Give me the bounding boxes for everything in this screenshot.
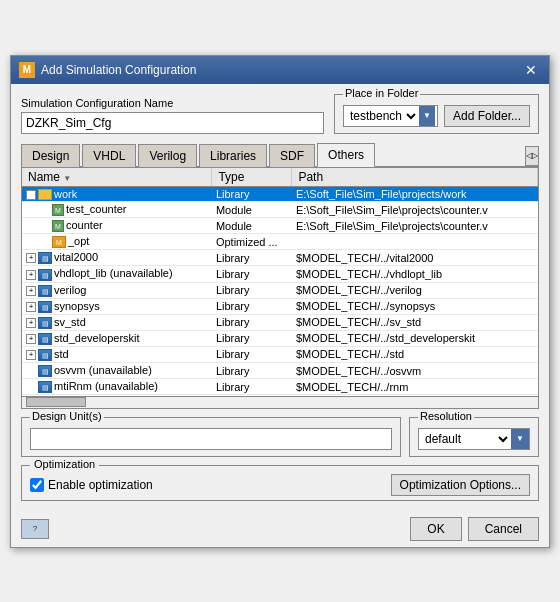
table-row[interactable]: +▤verilogLibrary$MODEL_TECH/../verilog bbox=[22, 282, 538, 298]
table-cell-path: $MODEL_TECH/../vhdlopt_lib bbox=[292, 266, 538, 282]
col-type[interactable]: Type bbox=[212, 168, 292, 187]
table-cell-name: +▤synopsys bbox=[22, 298, 212, 314]
table-row[interactable]: McounterModuleE:\Soft_File\Sim_File\proj… bbox=[22, 218, 538, 234]
opt-icon: M bbox=[52, 236, 66, 248]
table-cell-path: E:\Soft_File\Sim_File\projects\counter.v bbox=[292, 202, 538, 218]
design-units-group: Design Unit(s) bbox=[21, 417, 401, 457]
horizontal-scrollbar[interactable] bbox=[21, 397, 539, 409]
title-bar: M Add Simulation Configuration ✕ bbox=[11, 56, 549, 84]
col-type-label: Type bbox=[218, 170, 244, 184]
table-body: -workLibraryE:\Soft_File\Sim_File\projec… bbox=[22, 186, 538, 397]
row-name-text: work bbox=[54, 188, 77, 200]
table-row[interactable]: +▤std_developerskitLibrary$MODEL_TECH/..… bbox=[22, 330, 538, 346]
table-cell-name: Mcounter bbox=[22, 218, 212, 234]
table-row[interactable]: +▤modelsim_libLibrary$MODEL_TECH/../mode… bbox=[22, 395, 538, 397]
table-cell-name: Mtest_counter bbox=[22, 202, 212, 218]
config-name-group: Simulation Configuration Name bbox=[21, 97, 324, 134]
lib-icon: ▤ bbox=[38, 269, 52, 281]
resolution-dropdown-arrow[interactable]: ▼ bbox=[511, 429, 529, 449]
module-icon: M bbox=[52, 204, 64, 216]
scrollbar-thumb[interactable] bbox=[26, 397, 86, 407]
tree-table: Name ▼ Type Path -workLibraryE:\Soft_Fil… bbox=[22, 168, 538, 397]
table-cell-type: Module bbox=[212, 218, 292, 234]
dialog-footer: ? OK Cancel bbox=[11, 511, 549, 547]
row-name-text: osvvm (unavailable) bbox=[54, 364, 152, 376]
lib-icon: ▤ bbox=[38, 317, 52, 329]
module-icon: M bbox=[52, 220, 64, 232]
folder-select[interactable]: testbench ▼ bbox=[343, 105, 438, 127]
design-units-input[interactable] bbox=[30, 428, 392, 450]
table-cell-type: Module bbox=[212, 202, 292, 218]
tab-others[interactable]: Others bbox=[317, 143, 375, 167]
tab-scroll-button[interactable]: ◁▷ bbox=[525, 146, 539, 166]
expand-button[interactable]: + bbox=[26, 334, 36, 344]
table-cell-path: E:\Soft_File\Sim_File\projects\counter.v bbox=[292, 218, 538, 234]
table-row[interactable]: -workLibraryE:\Soft_File\Sim_File\projec… bbox=[22, 186, 538, 202]
table-cell-name: +▤vhdlopt_lib (unavailable) bbox=[22, 266, 212, 282]
table-cell-name: +▤std bbox=[22, 346, 212, 362]
expand-button[interactable]: + bbox=[26, 302, 36, 312]
table-cell-type: Optimized ... bbox=[212, 234, 292, 250]
config-name-input[interactable] bbox=[21, 112, 324, 134]
table-cell-path: $MODEL_TECH/../sv_std bbox=[292, 314, 538, 330]
enable-optimization-label: Enable optimization bbox=[48, 478, 153, 492]
table-cell-type: Library bbox=[212, 282, 292, 298]
table-row[interactable]: +▤sv_stdLibrary$MODEL_TECH/../sv_std bbox=[22, 314, 538, 330]
cancel-button[interactable]: Cancel bbox=[468, 517, 539, 541]
tab-design[interactable]: Design bbox=[21, 144, 80, 167]
row-name-text: _opt bbox=[68, 235, 89, 247]
table-row[interactable]: +▤vital2000Library$MODEL_TECH/../vital20… bbox=[22, 250, 538, 266]
table-cell-name: +▤sv_std bbox=[22, 314, 212, 330]
expand-button[interactable]: + bbox=[26, 286, 36, 296]
sort-icon-name: ▼ bbox=[63, 174, 71, 183]
col-name[interactable]: Name ▼ bbox=[22, 168, 212, 187]
col-name-label: Name bbox=[28, 170, 60, 184]
table-row[interactable]: ▤mtiRnm (unavailable)Library$MODEL_TECH/… bbox=[22, 379, 538, 395]
col-path[interactable]: Path bbox=[292, 168, 538, 187]
table-row[interactable]: M_optOptimized ... bbox=[22, 234, 538, 250]
table-cell-name: ▤mtiRnm (unavailable) bbox=[22, 379, 212, 395]
folder-dropdown-arrow[interactable]: ▼ bbox=[419, 106, 435, 126]
table-cell-name: ▤osvvm (unavailable) bbox=[22, 363, 212, 379]
row-name-text: vhdlopt_lib (unavailable) bbox=[54, 267, 173, 279]
expand-button[interactable]: + bbox=[26, 270, 36, 280]
table-row[interactable]: Mtest_counterModuleE:\Soft_File\Sim_File… bbox=[22, 202, 538, 218]
resolution-select-wrapper[interactable]: default ps ns us ms ▼ bbox=[418, 428, 530, 450]
optimization-options-button[interactable]: Optimization Options... bbox=[391, 474, 530, 496]
row-name-text: std bbox=[54, 348, 69, 360]
expand-button[interactable]: + bbox=[26, 253, 36, 263]
table-row[interactable]: ▤osvvm (unavailable)Library$MODEL_TECH/.… bbox=[22, 363, 538, 379]
table-cell-name: -work bbox=[22, 186, 212, 202]
table-cell-path: $MODEL_TECH/../rnm bbox=[292, 379, 538, 395]
resolution-dropdown[interactable]: default ps ns us ms bbox=[419, 429, 511, 449]
table-row[interactable]: +▤stdLibrary$MODEL_TECH/../std bbox=[22, 346, 538, 362]
expand-button[interactable]: + bbox=[26, 350, 36, 360]
table-cell-name: +▤modelsim_lib bbox=[22, 395, 212, 397]
expand-button[interactable]: - bbox=[26, 190, 36, 200]
table-row[interactable]: +▤vhdlopt_lib (unavailable)Library$MODEL… bbox=[22, 266, 538, 282]
tab-vhdl[interactable]: VHDL bbox=[82, 144, 136, 167]
place-in-folder-legend: Place in Folder bbox=[343, 87, 420, 99]
folder-dropdown[interactable]: testbench bbox=[346, 106, 419, 126]
tab-sdf[interactable]: SDF bbox=[269, 144, 315, 167]
row-name-text: test_counter bbox=[66, 203, 127, 215]
enable-optimization-checkbox[interactable] bbox=[30, 478, 44, 492]
table-cell-path: $MODEL_TECH/../std bbox=[292, 346, 538, 362]
optimization-row: Enable optimization Optimization Options… bbox=[30, 474, 530, 496]
ok-button[interactable]: OK bbox=[410, 517, 461, 541]
tree-table-container[interactable]: Name ▼ Type Path -workLibraryE:\Soft_Fil… bbox=[21, 167, 539, 397]
close-button[interactable]: ✕ bbox=[521, 63, 541, 77]
tab-verilog[interactable]: Verilog bbox=[138, 144, 197, 167]
tab-libraries[interactable]: Libraries bbox=[199, 144, 267, 167]
table-cell-path: $MODEL_TECH/../verilog bbox=[292, 282, 538, 298]
expand-button[interactable]: + bbox=[26, 318, 36, 328]
table-row[interactable]: +▤synopsysLibrary$MODEL_TECH/../synopsys bbox=[22, 298, 538, 314]
add-folder-button[interactable]: Add Folder... bbox=[444, 105, 530, 127]
optimization-title: Optimization bbox=[30, 458, 99, 470]
table-cell-path: E:\Soft_File\Sim_File\projects/work bbox=[292, 186, 538, 202]
config-name-label: Simulation Configuration Name bbox=[21, 97, 324, 109]
table-cell-type: Library bbox=[212, 266, 292, 282]
help-icon: ? bbox=[21, 519, 49, 539]
table-cell-type: Library bbox=[212, 379, 292, 395]
table-cell-type: Library bbox=[212, 314, 292, 330]
